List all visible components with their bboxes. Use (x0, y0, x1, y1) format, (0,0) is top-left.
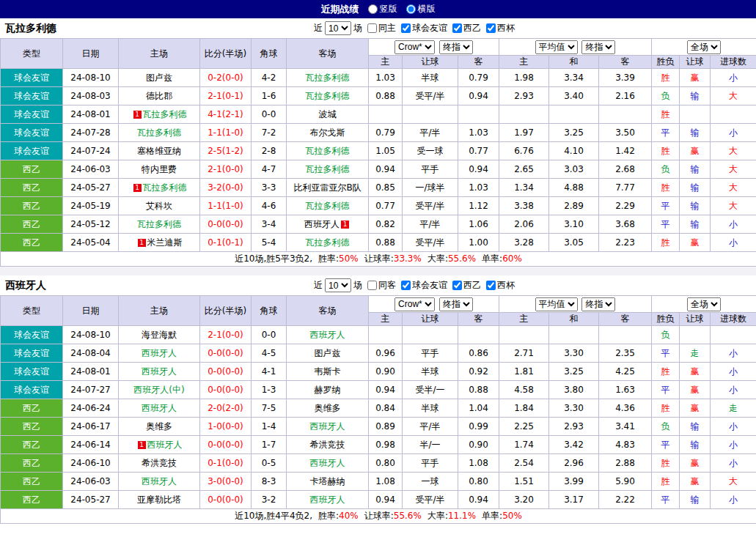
result-wdl-cell: 胜 (652, 234, 680, 252)
same-venue-checkbox[interactable] (367, 281, 377, 290)
handicap-cell: 平/半 (403, 124, 458, 142)
result-handicap-cell: 输 (680, 418, 711, 436)
section-head: 西班牙人 近 10 场 同客球会友谊西乙西杯 (0, 275, 756, 295)
away-team-cell: 西班牙人 (287, 491, 369, 509)
match-type-cell: 西乙 (1, 197, 63, 215)
team-name: 韦斯卡 (315, 366, 341, 377)
col-header-result: 胜负 (652, 56, 680, 69)
avg-home-cell: 6.76 (499, 142, 549, 160)
friendly-checkbox-option[interactable]: 球会友谊 (396, 22, 447, 34)
corners-cell: 1-6 (252, 87, 287, 105)
recent-label: 近 (314, 22, 323, 34)
home-team-cell: 亚摩勒比塔 (119, 491, 200, 509)
result-wdl-cell: 平 (652, 436, 680, 454)
match-date-cell: 24-06-03 (63, 473, 119, 491)
match-type-cell: 球会友谊 (1, 363, 63, 381)
team-name: 瓦拉多利德 (137, 219, 181, 229)
final-odds-select[interactable]: 终指 (439, 40, 473, 54)
avg-away-cell: 5.90 (599, 473, 652, 491)
avg-draw-cell (549, 105, 599, 124)
team-name: 卡塔赫纳 (310, 476, 345, 486)
avg-home-cell: 2.65 (499, 160, 549, 179)
team-name: 奥维多 (146, 421, 172, 432)
horizontal-layout-option[interactable]: 横版 (406, 3, 436, 15)
fulltime-select[interactable]: 全场 (687, 297, 721, 311)
average-odds-select[interactable]: 平均值 (535, 297, 578, 311)
games-unit-label: 场 (353, 22, 362, 34)
col-header-date: 日期 (63, 296, 119, 326)
avg-draw-cell: 2.93 (549, 418, 599, 436)
vertical-layout-radio[interactable] (368, 4, 378, 14)
odds-home-cell: 0.82 (369, 215, 403, 234)
match-date-cell: 24-06-03 (63, 160, 119, 179)
team-name: 西班牙人 (142, 476, 177, 486)
final-euro-odds-select[interactable]: 终指 (581, 297, 615, 311)
vertical-layout-option[interactable]: 竖版 (368, 3, 397, 15)
match-date-cell: 24-06-10 (63, 454, 119, 473)
final-euro-odds-select[interactable]: 终指 (581, 40, 615, 54)
team-name: 亚摩勒比塔 (137, 495, 181, 505)
team-name: 希洪竞技 (142, 458, 177, 468)
odds-home-cell: 0.96 (369, 344, 403, 363)
home-team-cell: 希洪竞技 (119, 454, 200, 473)
result-goals-cell: 小 (711, 363, 756, 381)
home-team-cell: 塞格维亚纳 (119, 142, 200, 160)
league-checkbox[interactable] (452, 23, 462, 33)
col-header-handicap-result: 让球 (680, 56, 711, 69)
score-cell: 0-0(0-0) (200, 491, 252, 509)
games-count-select[interactable]: 10 (325, 21, 351, 35)
avg-away-cell: 2.22 (599, 491, 652, 509)
league-checkbox-option[interactable]: 西乙 (447, 279, 481, 292)
average-odds-select[interactable]: 平均值 (535, 40, 578, 54)
col-header-away: 客场 (287, 39, 369, 69)
same-venue-checkbox-option[interactable]: 同客 (362, 279, 396, 292)
result-wdl-cell: 平 (652, 215, 680, 234)
summary-stat-value: 55.6% (394, 511, 422, 521)
same-venue-checkbox-option[interactable]: 同主 (362, 22, 396, 34)
avg-home-cell: 1.51 (499, 473, 549, 491)
home-team-cell: 图卢兹 (119, 69, 200, 87)
home-team-cell: 1西班牙人 (119, 436, 200, 454)
final-odds-select[interactable]: 终指 (439, 297, 473, 311)
friendly-checkbox-option[interactable]: 球会友谊 (396, 279, 447, 292)
league-checkbox[interactable] (452, 281, 462, 290)
bookmaker-select[interactable]: Crow* (394, 40, 435, 54)
cup-checkbox-option[interactable]: 西杯 (481, 22, 515, 34)
result-wdl-cell: 平 (652, 381, 680, 399)
handicap-cell: 平手 (403, 454, 458, 473)
same-venue-checkbox[interactable] (367, 23, 377, 33)
team-name: 塞格维亚纳 (137, 146, 181, 156)
cup-checkbox[interactable] (486, 281, 496, 290)
summary-stat-value: 11.1% (448, 511, 476, 521)
match-row: 西乙24-05-271瓦拉多利德3-2(0-0)3-3比利亚雷亚尔B队0.85一… (1, 179, 756, 197)
summary: 近10场,胜5平3负2,胜率:50%让球率:33.3%大率:55.6%单率:60… (1, 252, 756, 267)
friendly-checkbox[interactable] (401, 23, 411, 33)
col-header-type: 类型 (1, 39, 63, 69)
team-name: 希洪竞技 (310, 440, 345, 450)
handicap-cell: 受平/半 (403, 197, 458, 215)
team-name: 海登海默 (142, 330, 177, 340)
score-cell: 2-1(0-0) (200, 326, 252, 344)
recent-results-table: 类型 日期 主场 比分(半场) 角球 客场 Crow* 终指 平均值 终指 (0, 38, 756, 267)
fulltime-select[interactable]: 全场 (687, 40, 721, 54)
friendly-checkbox[interactable] (401, 281, 411, 290)
score-cell: 2-0(2-0) (200, 399, 252, 418)
col-header-handicap: 让球 (403, 56, 458, 69)
red-card-badge: 1 (133, 111, 142, 119)
league-checkbox-option[interactable]: 西乙 (447, 22, 481, 34)
odds-home-cell: 0.88 (369, 87, 403, 105)
cup-checkbox[interactable] (486, 23, 496, 33)
bookmaker-select[interactable]: Crow* (394, 297, 435, 311)
result-wdl-cell: 平 (652, 197, 680, 215)
corners-cell: 5-4 (252, 234, 287, 252)
score-cell: 0-1(0-0) (200, 454, 252, 473)
odds-away-cell: 1.06 (458, 215, 499, 234)
games-count-select[interactable]: 10 (325, 278, 351, 292)
handicap-cell: 半球 (403, 69, 458, 87)
avg-home-cell: 1.97 (499, 124, 549, 142)
odds-home-cell: 0.79 (369, 124, 403, 142)
cup-checkbox-option[interactable]: 西杯 (481, 279, 515, 292)
horizontal-layout-radio[interactable] (406, 4, 416, 14)
team-name: 西班牙人 (310, 458, 345, 468)
recent-label: 近 (314, 279, 323, 292)
